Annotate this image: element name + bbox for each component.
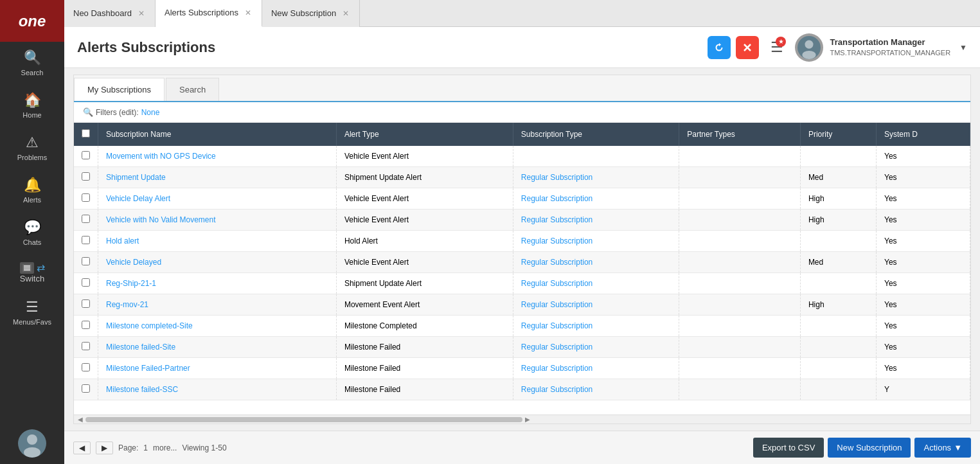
row-checkbox-cell [74,379,98,400]
subscription-name-link[interactable]: Shipment Update [106,173,166,182]
subscription-type-link[interactable]: Regular Subscription [521,364,592,373]
subscription-name-link[interactable]: Milestone failed-SSC [106,385,178,394]
app-logo[interactable]: one [0,0,64,42]
row-checkbox[interactable] [82,172,90,181]
sidebar-item-alerts[interactable]: 🔔 Alerts [0,169,64,211]
tab-alerts-subscriptions[interactable]: Alerts Subscriptions ✕ [156,0,262,27]
tab-label: Alerts Subscriptions [165,8,238,17]
notification-button[interactable]: ☰ ★ [771,39,783,56]
cell-priority: Med [800,252,876,273]
subscription-name-link[interactable]: Reg-mov-21 [106,300,148,309]
subscription-type-link[interactable]: Regular Subscription [521,173,592,182]
tab-close-new-subscription[interactable]: ✕ [341,9,350,18]
subscription-type-link[interactable]: Regular Subscription [521,279,592,288]
row-checkbox[interactable] [82,342,90,350]
subscription-name-link[interactable]: Reg-Ship-21-1 [106,279,156,288]
cell-system-d: Yes [877,188,970,210]
row-checkbox[interactable] [82,236,90,244]
subscription-name-link[interactable]: Milestone completed-Site [106,321,193,330]
cell-priority: High [800,210,876,231]
table-row: Milestone failed-Site Milestone Failed R… [74,337,970,358]
subscriptions-table: Subscription Name Alert Type Subscriptio… [74,123,970,400]
page-label: Page: [118,443,138,452]
export-to-csv-button[interactable]: Export to CSV [753,438,824,458]
sidebar-item-menus[interactable]: ☰ Menus/Favs [0,291,64,334]
horizontal-scrollbar[interactable]: ◀ ▶ [74,415,970,424]
cell-alert-type: Vehicle Event Alert [336,252,513,273]
cell-subscription-name: Reg-Ship-21-1 [98,273,337,294]
subscription-type-link[interactable]: Regular Subscription [521,300,592,309]
row-checkbox[interactable] [82,193,90,202]
cell-partner-types [679,188,801,210]
chat-icon: 💬 [24,219,41,236]
subscription-name-link[interactable]: Vehicle Delayed [106,258,161,267]
sidebar-user-avatar[interactable] [18,429,46,458]
tab-label: My Subscriptions [87,85,151,94]
page-title: Alerts Subscriptions [77,39,708,56]
tab-new-subscription[interactable]: New Subscription ✕ [262,0,360,27]
row-checkbox[interactable] [82,299,90,308]
actions-button[interactable]: Actions ▼ [914,438,971,458]
subscription-type-link[interactable]: Regular Subscription [521,194,592,203]
subscription-name-link[interactable]: Vehicle with No Valid Movement [106,215,216,224]
tab-search[interactable]: Search [166,78,219,101]
subscription-name-link[interactable]: Hold alert [106,236,139,245]
tab-my-subscriptions[interactable]: My Subscriptions [74,78,165,101]
tab-neo-dashboard[interactable]: Neo Dashboard ✕ [64,0,156,27]
cell-subscription-name: Shipment Update [98,167,337,188]
close-button[interactable] [736,36,759,59]
subscription-type-link[interactable]: Regular Subscription [521,343,592,352]
svg-point-6 [24,447,40,458]
row-checkbox[interactable] [82,151,90,159]
user-profile[interactable]: Transportation Manager TMS.TRANSPORTATIO… [795,33,967,62]
row-checkbox[interactable] [82,363,90,371]
page-footer: ◀ ▶ Page: 1 more... Viewing 1-50 Export … [64,431,980,464]
sidebar-item-chats[interactable]: 💬 Chats [0,211,64,254]
sidebar-item-switch[interactable]: ⇄ Switch [0,254,64,291]
header-checkbox-col [74,123,98,146]
row-checkbox-cell [74,252,98,273]
subscription-name-link[interactable]: Vehicle Delay Alert [106,194,170,203]
scroll-right-arrow[interactable]: ▶ [522,416,533,423]
subscription-type-link[interactable]: Regular Subscription [521,258,592,267]
scroll-thumb[interactable] [85,417,522,422]
table-header-row: Subscription Name Alert Type Subscriptio… [74,123,970,146]
subscription-name-link[interactable]: Milestone failed-Site [106,343,175,352]
next-page-button[interactable]: ▶ [96,442,113,454]
sidebar-item-label: Menus/Favs [13,318,51,326]
subscription-name-link[interactable]: Milestone Failed-Partner [106,364,190,373]
row-checkbox-cell [74,210,98,231]
row-checkbox-cell [74,294,98,316]
subscription-name-link[interactable]: Movement with NO GPS Device [106,152,216,161]
subscription-type-link[interactable]: Regular Subscription [521,385,592,394]
cell-system-d: Yes [877,358,970,379]
new-subscription-button[interactable]: New Subscription [828,438,911,458]
sidebar-item-problems[interactable]: ⚠ Problems [0,127,64,169]
cell-subscription-name: Vehicle with No Valid Movement [98,210,337,231]
sidebar-item-label: Problems [17,154,47,161]
subscription-type-link[interactable]: Regular Subscription [521,215,592,224]
cell-alert-type: Milestone Completed [336,316,513,337]
tab-bar: Neo Dashboard ✕ Alerts Subscriptions ✕ N… [64,0,980,27]
svg-point-11 [803,50,816,58]
user-dropdown-arrow: ▼ [959,43,967,52]
select-all-checkbox[interactable] [82,129,90,138]
tab-close-alerts-subscriptions[interactable]: ✕ [244,8,253,17]
row-checkbox[interactable] [82,321,90,329]
cell-partner-types [679,316,801,337]
prev-page-button[interactable]: ◀ [73,442,91,454]
sidebar-item-home[interactable]: 🏠 Home [0,84,64,127]
scroll-left-arrow[interactable]: ◀ [75,416,85,423]
sidebar-item-search[interactable]: 🔍 Search [0,42,64,84]
cell-alert-type: Movement Event Alert [336,294,513,316]
refresh-button[interactable] [708,36,731,59]
filter-label: Filters (edit): [96,108,139,117]
tab-close-neo-dashboard[interactable]: ✕ [137,9,146,18]
row-checkbox[interactable] [82,278,90,287]
row-checkbox[interactable] [82,384,90,393]
row-checkbox[interactable] [82,215,90,223]
row-checkbox[interactable] [82,257,90,265]
subscription-type-link[interactable]: Regular Subscription [521,321,592,330]
filter-edit-link[interactable]: None [141,108,160,117]
subscription-type-link[interactable]: Regular Subscription [521,236,592,245]
